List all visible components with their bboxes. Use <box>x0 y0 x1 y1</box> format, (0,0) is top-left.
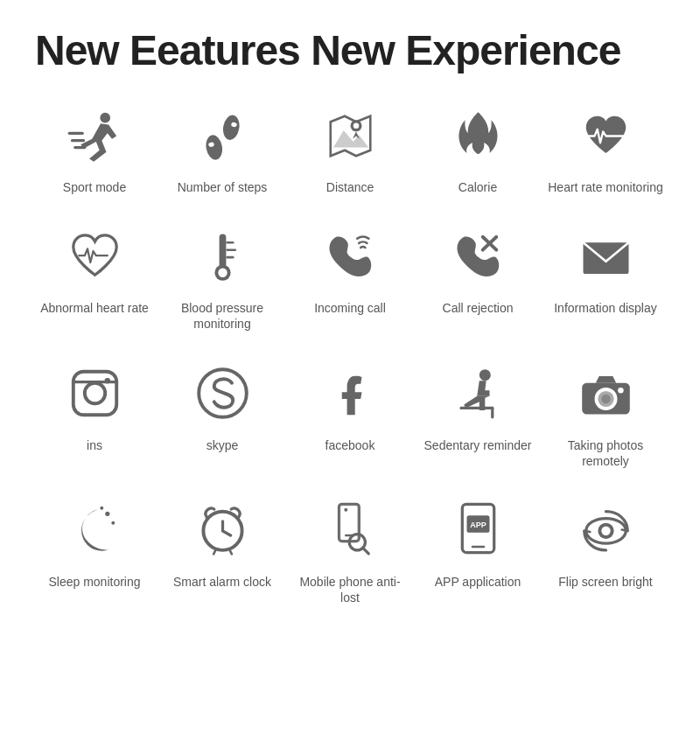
feature-label-calorie: Calorie <box>458 179 497 195</box>
feature-item-sleep: Sleep monitoring <box>35 495 154 605</box>
feature-label-incoming-call: Incoming call <box>314 300 386 316</box>
svg-point-32 <box>105 512 109 516</box>
feature-label-flipscreen: Flip screen bright <box>558 574 652 590</box>
svg-point-52 <box>601 527 610 535</box>
feature-item-app: APP APP application <box>418 495 537 605</box>
svg-point-12 <box>218 268 227 276</box>
feature-item-abnormal-heart: Abnormal heart rate <box>35 221 154 332</box>
feature-label-alarm: Smart alarm clock <box>173 574 271 590</box>
feature-label-sleep: Sleep monitoring <box>48 574 140 590</box>
feature-item-distance: Distance <box>290 101 410 195</box>
feature-label-camera: Taking photos remotely <box>546 437 665 469</box>
svg-line-37 <box>222 531 230 535</box>
feature-item-calorie: Calorie <box>418 101 537 195</box>
incoming-call-icon <box>315 221 385 291</box>
heartrate-icon <box>570 101 640 171</box>
feature-label-sedentary: Sedentary reminder <box>424 437 532 453</box>
feature-item-alarm: Smart alarm clock <box>163 495 282 605</box>
feature-label-call-rejection: Call rejection <box>443 300 514 316</box>
antilost-icon <box>315 495 385 565</box>
feature-item-flipscreen: Flip screen bright <box>546 495 665 605</box>
feature-label-instagram: ins <box>87 437 102 453</box>
svg-point-33 <box>111 521 115 525</box>
instagram-icon <box>60 359 130 429</box>
page-title: New Eeatures New Experience <box>35 26 665 74</box>
sedentary-icon <box>443 359 513 429</box>
feature-item-info-display: Information display <box>546 221 665 332</box>
feature-label-sport: Sport mode <box>63 179 126 195</box>
svg-point-0 <box>100 112 110 122</box>
feature-item-instagram: ins <box>35 359 154 469</box>
feature-item-call-rejection: Call rejection <box>418 221 537 332</box>
facebook-icon <box>315 359 385 429</box>
feature-label-heartrate: Heart rate monitoring <box>548 179 663 195</box>
camera-icon <box>570 359 640 429</box>
feature-label-app: APP application <box>435 574 522 590</box>
svg-point-24 <box>479 369 490 381</box>
call-rejection-icon <box>443 221 513 291</box>
svg-line-39 <box>229 550 232 555</box>
svg-text:APP: APP <box>470 521 486 529</box>
svg-point-34 <box>100 507 103 510</box>
feature-item-heartrate: Heart rate monitoring <box>546 101 665 195</box>
info-display-icon <box>570 221 640 291</box>
skype-icon <box>187 359 257 429</box>
svg-point-31 <box>618 388 624 394</box>
svg-point-45 <box>344 508 347 512</box>
sleep-icon <box>60 495 130 565</box>
feature-item-bloodpressure: Blood pressure monitoring <box>163 221 282 332</box>
feature-label-skype: skype <box>206 437 239 453</box>
feature-label-facebook: facebook <box>326 437 375 453</box>
alarm-icon <box>187 495 257 565</box>
svg-point-20 <box>84 383 104 403</box>
feature-label-distance: Distance <box>326 179 374 195</box>
feature-item-incoming-call: Incoming call <box>290 221 410 332</box>
app-icon: APP <box>443 495 513 565</box>
feature-item-steps: Number of steps <box>163 101 282 195</box>
feature-item-sport: Sport mode <box>35 101 154 195</box>
feature-item-skype: skype <box>163 359 282 469</box>
feature-label-info-display: Information display <box>554 300 657 316</box>
svg-point-6 <box>220 114 241 141</box>
svg-point-30 <box>601 395 610 403</box>
svg-line-44 <box>362 549 368 555</box>
svg-point-4 <box>204 133 224 160</box>
steps-icon <box>187 101 257 171</box>
feature-item-facebook: facebook <box>290 359 410 469</box>
feature-item-camera: Taking photos remotely <box>546 359 665 469</box>
svg-point-9 <box>353 122 359 129</box>
svg-rect-10 <box>219 234 226 268</box>
features-grid: Sport mode Number of steps Distance Calo… <box>35 101 665 605</box>
feature-item-sedentary: Sedentary reminder <box>418 359 537 469</box>
sport-icon <box>60 101 130 171</box>
feature-label-steps: Number of steps <box>178 179 268 195</box>
calorie-icon <box>443 101 513 171</box>
bloodpressure-icon <box>187 221 257 291</box>
feature-label-antilost: Mobile phone anti-lost <box>290 574 410 605</box>
flipscreen-icon <box>570 495 640 565</box>
svg-line-38 <box>214 550 216 555</box>
distance-icon <box>315 101 385 171</box>
feature-label-abnormal-heart: Abnormal heart rate <box>40 300 149 316</box>
feature-item-antilost: Mobile phone anti-lost <box>290 495 410 605</box>
feature-label-bloodpressure: Blood pressure monitoring <box>163 300 282 332</box>
abnormal-heart-icon <box>60 221 130 291</box>
svg-rect-19 <box>73 372 116 415</box>
